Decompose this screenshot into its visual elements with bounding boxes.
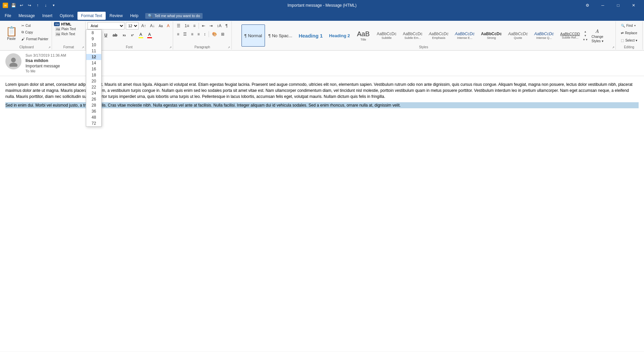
highlight-color-btn[interactable]: A [137, 32, 145, 39]
numbering-btn[interactable]: 1≡ [183, 22, 191, 30]
styles-label: Styles [232, 45, 615, 49]
change-styles-btn[interactable]: 𝐴 Change Styles ▾ [589, 24, 606, 47]
style-subtle-ref[interactable]: AaBbCCDD Subtle Ref... [557, 24, 583, 47]
strikethrough-btn[interactable]: ab [111, 32, 119, 39]
increase-indent-btn[interactable]: ⇥ [208, 22, 214, 30]
size-option-72[interactable]: 72 [86, 120, 101, 126]
styles-scroll: ¶ Normal ¶ No Spac... Heading 1 Heading … [241, 23, 583, 48]
underline-btn[interactable]: U [102, 32, 109, 39]
show-para-btn[interactable]: ¶ [224, 22, 229, 30]
borders-btn[interactable]: ⊞ [219, 31, 226, 38]
close-btn[interactable]: ✕ [626, 0, 641, 11]
align-left-btn[interactable]: ≡ [175, 31, 181, 38]
menu-help[interactable]: Help [127, 12, 142, 20]
settings-btn[interactable]: ⚙ [580, 0, 595, 11]
align-right-btn[interactable]: ≡ [189, 31, 195, 38]
size-option-12[interactable]: 12 [86, 54, 101, 60]
size-option-8[interactable]: 8 [86, 30, 101, 36]
select-button[interactable]: ⬚ Select ▾ [620, 37, 639, 44]
clipboard-expand[interactable]: ↗ [48, 46, 51, 49]
style-intense-quote[interactable]: AaBbCcDc Intense Q... [531, 24, 557, 47]
html-label[interactable]: HTML [61, 22, 71, 26]
menu-options[interactable]: Options [56, 12, 77, 20]
styles-scroll-down[interactable]: ▼ [583, 34, 588, 38]
size-option-24[interactable]: 24 [86, 90, 101, 96]
font-size-increase-btn[interactable]: A↑ [140, 22, 147, 30]
style-no-spacing[interactable]: ¶ No Spac... [265, 24, 295, 47]
format-expand[interactable]: ↗ [81, 46, 85, 49]
menu-file[interactable]: File [1, 12, 14, 20]
style-subtle-emphasis[interactable]: AaBbCcDc Subtle Em... [400, 24, 426, 47]
style-strong[interactable]: AaBbCcDc Strong [478, 24, 505, 47]
style-title-preview: AaB [357, 30, 370, 38]
size-option-48[interactable]: 48 [86, 114, 101, 120]
size-option-16[interactable]: 16 [86, 66, 101, 72]
clear-format-btn[interactable]: Aa [157, 22, 164, 30]
decrease-indent-btn[interactable]: ⇤ [200, 22, 207, 30]
paragraph-row1: ☰ 1≡ ≡ ⇤ ⇥ ↕A ¶ [175, 22, 229, 30]
up-btn[interactable]: ↑ [34, 2, 41, 9]
font-size-select[interactable]: 12 [126, 22, 139, 30]
style-quote[interactable]: AaBbCcDc Quote [505, 24, 531, 47]
search-label: Tell me what you want to do [155, 14, 200, 18]
format-painter-button[interactable]: 🖌 Format Painter [20, 36, 50, 42]
styles-more[interactable]: ▼▼ [583, 38, 588, 42]
size-option-18[interactable]: 18 [86, 72, 101, 78]
size-option-26[interactable]: 26 [86, 96, 101, 102]
style-heading1[interactable]: Heading 1 [296, 24, 326, 47]
size-option-36[interactable]: 36 [86, 108, 101, 114]
font-expand[interactable]: ↗ [169, 46, 172, 49]
maximize-btn[interactable]: □ [610, 0, 626, 11]
size-option-14[interactable]: 14 [86, 60, 101, 66]
cut-button[interactable]: ✂ Cut [20, 22, 50, 29]
superscript-btn[interactable]: x² [129, 32, 136, 39]
bullets-btn[interactable]: ☰ [175, 22, 182, 30]
app-icon: ✉ [3, 3, 8, 8]
paste-button[interactable]: 📋 Paste [3, 22, 19, 44]
subscript-btn[interactable]: x₂ [121, 32, 128, 39]
size-option-10[interactable]: 10 [86, 42, 101, 48]
font-name-select[interactable]: Arial [88, 22, 124, 30]
redo-btn[interactable]: ↪ [26, 2, 33, 9]
menu-search[interactable]: 🔍 Tell me what you want to do [145, 13, 203, 19]
size-option-22[interactable]: 22 [86, 84, 101, 90]
size-option-20[interactable]: 20 [86, 78, 101, 84]
menu-format-text[interactable]: Format Text [77, 12, 105, 20]
style-title[interactable]: AaB Title [353, 24, 373, 47]
plain-text-button[interactable]: Aa Plain Text [54, 27, 77, 31]
sort-btn[interactable]: ↕A [215, 22, 223, 30]
multilevel-btn[interactable]: ≡ [192, 22, 197, 30]
find-button[interactable]: 🔍 Find ▾ [620, 22, 639, 29]
font-size-decrease-btn[interactable]: A↓ [149, 22, 156, 30]
replace-button[interactable]: ⇄ Replace [620, 30, 639, 36]
style-subtitle[interactable]: AaBbCcDc Subtitle [374, 24, 399, 47]
style-intense-emphasis[interactable]: AaBbCcDc Intense E... [452, 24, 478, 47]
size-option-28[interactable]: 28 [86, 102, 101, 108]
save-btn[interactable]: 💾 [10, 2, 17, 9]
undo-btn[interactable]: ↩ [18, 2, 25, 9]
style-heading2[interactable]: Heading 2 [326, 24, 353, 47]
size-option-9[interactable]: 9 [86, 36, 101, 42]
styles-expand[interactable]: ↗ [611, 46, 615, 49]
menu-review[interactable]: Review [106, 12, 126, 20]
styles-scroll-up[interactable]: ▲ [583, 30, 588, 34]
style-emphasis[interactable]: AaBbCcDc Emphasis [426, 24, 452, 47]
font-color-btn[interactable]: A [146, 32, 153, 39]
more-btn[interactable]: ▼ [50, 2, 57, 9]
size-option-11[interactable]: 11 [86, 48, 101, 54]
down-btn[interactable]: ↓ [42, 2, 49, 9]
copy-button[interactable]: ⧉ Copy [20, 29, 50, 36]
align-center-btn[interactable]: ☰ [181, 31, 189, 38]
menu-insert[interactable]: Insert [39, 12, 56, 20]
style-em-label: Emphasis [432, 36, 445, 40]
menu-message[interactable]: Message [15, 12, 38, 20]
style-subtle-em-label: Subtle Em... [405, 36, 421, 40]
rich-text-button[interactable]: Aa Rich Text [54, 32, 76, 36]
paragraph-expand[interactable]: ↗ [227, 46, 231, 49]
minimize-btn[interactable]: ─ [595, 0, 610, 11]
shading-btn[interactable]: 🎨 [210, 31, 219, 38]
justify-btn[interactable]: ≡ [196, 31, 201, 38]
style-normal[interactable]: ¶ Normal [241, 24, 265, 47]
line-spacing-btn[interactable]: ↕ [202, 31, 207, 38]
text-effects-btn[interactable]: A [165, 22, 171, 30]
